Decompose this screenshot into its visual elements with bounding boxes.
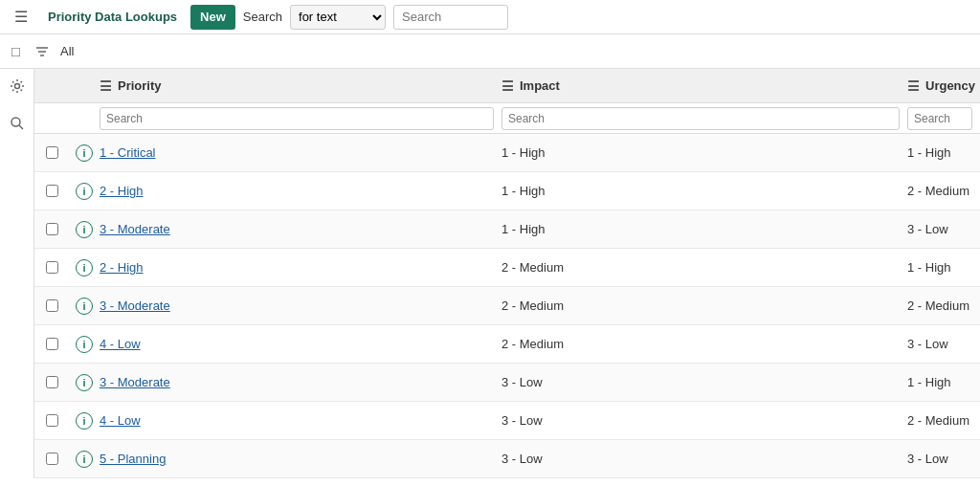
row-urgency-5: 3 - Low	[907, 337, 980, 351]
row-priority-5: 4 - Low	[100, 337, 501, 351]
priority-link-2[interactable]: 3 - Moderate	[100, 222, 170, 236]
row-info-0[interactable]: i	[69, 144, 100, 162]
checkbox-4[interactable]	[46, 299, 58, 312]
row-impact-4: 2 - Medium	[501, 298, 907, 313]
info-icon-1[interactable]: i	[76, 183, 93, 200]
info-icon-0[interactable]: i	[76, 144, 93, 162]
priority-link-6[interactable]: 3 - Moderate	[100, 375, 170, 389]
row-impact-3: 2 - Medium	[501, 260, 907, 275]
search-type-select[interactable]: for text containing starting with	[290, 5, 386, 30]
hamburger-icon: ☰	[14, 8, 28, 26]
row-checkbox-8[interactable]	[34, 453, 69, 465]
sub-toolbar: □ All	[0, 34, 980, 69]
impact-search-input[interactable]	[501, 107, 900, 130]
priority-link-0[interactable]: 1 - Critical	[100, 145, 156, 160]
info-icon-6[interactable]: i	[76, 374, 93, 391]
urgency-col-icon: ☰	[907, 78, 920, 94]
urgency-search-input[interactable]	[907, 107, 972, 130]
info-icon-5[interactable]: i	[76, 336, 93, 353]
checkbox-5[interactable]	[46, 338, 58, 350]
search-side-icon-button[interactable]	[8, 114, 27, 136]
table-row: i 4 - Low 3 - Low 2 - Medium	[34, 402, 980, 440]
checkbox-6[interactable]	[46, 376, 58, 388]
row-urgency-2: 3 - Low	[907, 222, 980, 236]
search-input-top[interactable]	[393, 5, 508, 30]
checkbox-0[interactable]	[46, 146, 58, 159]
new-button[interactable]: New	[190, 5, 235, 30]
row-checkbox-6[interactable]	[34, 376, 69, 388]
svg-line-5	[19, 125, 23, 129]
row-impact-0: 1 - High	[501, 145, 907, 160]
priority-link-7[interactable]: 4 - Low	[100, 413, 141, 428]
row-checkbox-4[interactable]	[34, 299, 69, 312]
row-priority-8: 5 - Planning	[100, 452, 501, 466]
table-row: i 4 - Low 2 - Medium 3 - Low	[34, 325, 980, 364]
row-info-2[interactable]: i	[69, 221, 100, 238]
top-bar: ☰ Priority Data Lookups New Search for t…	[0, 0, 980, 34]
filter-all-label: All	[60, 44, 74, 58]
checkbox-2[interactable]	[46, 223, 58, 235]
hamburger-button[interactable]: ☰	[8, 4, 34, 31]
info-icon-7[interactable]: i	[76, 412, 93, 430]
priority-link-5[interactable]: 4 - Low	[100, 337, 141, 351]
row-info-5[interactable]: i	[69, 336, 100, 353]
row-info-7[interactable]: i	[69, 412, 100, 430]
row-info-3[interactable]: i	[69, 259, 100, 276]
col-header-priority: ☰ Priority	[100, 78, 501, 94]
checkbox-8[interactable]	[46, 453, 58, 465]
info-icon-2[interactable]: i	[76, 221, 93, 238]
settings-icon	[10, 78, 25, 94]
row-priority-0: 1 - Critical	[100, 145, 501, 160]
row-urgency-7: 2 - Medium	[907, 413, 980, 428]
row-impact-7: 3 - Low	[501, 413, 907, 428]
row-info-8[interactable]: i	[69, 451, 100, 468]
priority-link-1[interactable]: 2 - High	[100, 184, 144, 198]
info-icon-8[interactable]: i	[76, 451, 93, 468]
search-row	[34, 103, 980, 134]
data-rows-container: i 1 - Critical 1 - High 1 - High i 2 - H…	[34, 134, 980, 478]
checkbox-3[interactable]	[46, 261, 58, 274]
row-checkbox-7[interactable]	[34, 414, 69, 427]
info-icon-4[interactable]: i	[76, 298, 93, 315]
search-label: Search	[243, 10, 282, 24]
row-info-4[interactable]: i	[69, 298, 100, 315]
row-priority-7: 4 - Low	[100, 413, 501, 428]
priority-col-icon: ☰	[100, 78, 112, 94]
settings-icon-button[interactable]	[8, 77, 27, 99]
col-header-impact: ☰ Impact	[501, 78, 907, 94]
row-urgency-8: 3 - Low	[907, 452, 980, 466]
main-content: ☰ Priority ☰ Impact ☰ Urgency	[34, 69, 980, 478]
table-wrapper: ☰ Priority ☰ Impact ☰ Urgency	[0, 69, 980, 478]
row-info-1[interactable]: i	[69, 183, 100, 200]
column-headers: ☰ Priority ☰ Impact ☰ Urgency	[34, 69, 980, 103]
row-urgency-1: 2 - Medium	[907, 184, 980, 198]
priority-search-input[interactable]	[100, 107, 494, 130]
row-checkbox-0[interactable]	[34, 146, 69, 159]
row-impact-2: 1 - High	[501, 222, 907, 236]
row-urgency-4: 2 - Medium	[907, 298, 980, 313]
row-priority-1: 2 - High	[100, 184, 501, 198]
col-header-urgency: ☰ Urgency	[907, 78, 980, 94]
table-row: i 2 - High 2 - Medium 1 - High	[34, 249, 980, 287]
priority-link-8[interactable]: 5 - Planning	[100, 452, 166, 466]
row-impact-6: 3 - Low	[501, 375, 907, 389]
info-icon-3[interactable]: i	[76, 259, 93, 276]
table-row: i 5 - Planning 3 - Low 3 - Low	[34, 440, 980, 478]
priority-link-3[interactable]: 2 - High	[100, 260, 144, 275]
chat-icon-button[interactable]: □	[8, 41, 24, 61]
table-row: i 3 - Moderate 3 - Low 1 - High	[34, 364, 980, 402]
checkbox-7[interactable]	[46, 414, 58, 427]
filter-icon	[35, 45, 49, 58]
priority-link-4[interactable]: 3 - Moderate	[100, 298, 170, 313]
row-checkbox-3[interactable]	[34, 261, 69, 274]
row-checkbox-5[interactable]	[34, 338, 69, 350]
filter-icon-button[interactable]	[32, 43, 53, 60]
chat-icon: □	[11, 43, 20, 59]
row-info-6[interactable]: i	[69, 374, 100, 391]
row-checkbox-1[interactable]	[34, 185, 69, 197]
row-checkbox-2[interactable]	[34, 223, 69, 235]
table-row: i 3 - Moderate 2 - Medium 2 - Medium	[34, 287, 980, 325]
checkbox-1[interactable]	[46, 185, 58, 197]
side-icons	[0, 69, 34, 478]
col-search-impact	[501, 107, 907, 130]
